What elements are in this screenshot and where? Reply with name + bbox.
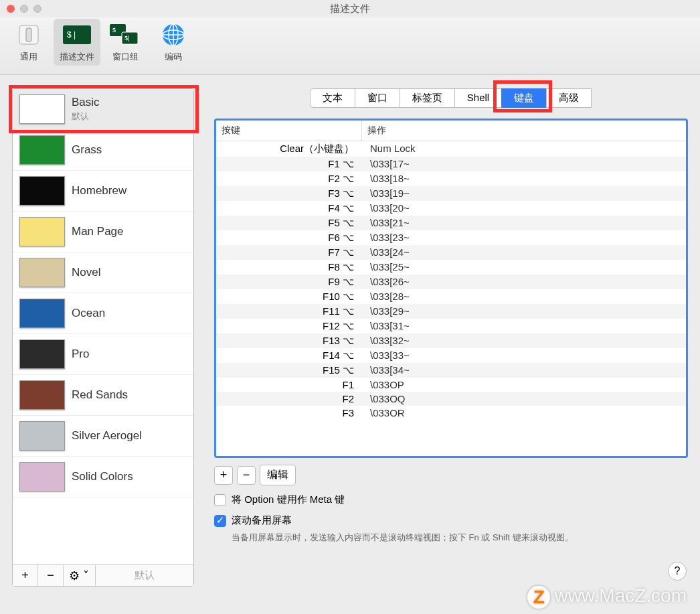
cell-action: \033[24~: [362, 245, 686, 260]
table-row[interactable]: F1\033OP: [216, 378, 686, 392]
table-row[interactable]: F15 ⌥\033[34~: [216, 363, 686, 378]
cell-action: \033[32~: [362, 333, 686, 348]
profile-thumbnail: [19, 258, 65, 287]
table-row[interactable]: F6 ⌥\033[23~: [216, 230, 686, 245]
cell-key: F12 ⌥: [216, 319, 362, 333]
set-default-button[interactable]: 默认: [96, 565, 193, 586]
table-row[interactable]: F5 ⌥\033[21~: [216, 216, 686, 230]
cell-action: \033OQ: [362, 392, 686, 406]
profile-subtitle: 默认: [72, 110, 100, 123]
cell-key: F4 ⌥: [216, 201, 362, 216]
profile-item-solid-colors[interactable]: Solid Colors: [13, 457, 193, 497]
scroll-hint-text: 当备用屏幕显示时，发送输入内容而不是滚动终端视图；按下 Fn 或 Shift 键…: [232, 531, 606, 544]
cell-key: F15 ⌥: [216, 363, 362, 378]
profile-name: Homebrew: [72, 184, 126, 198]
tab-Shell[interactable]: Shell: [454, 88, 502, 108]
profile-item-novel[interactable]: Novel: [13, 252, 193, 293]
profile-item-basic[interactable]: Basic 默认: [13, 89, 193, 130]
switch-icon: [12, 21, 46, 48]
keybindings-table: 按键 操作 Clear（小键盘）Num LockF1 ⌥\033[17~F2 ⌥…: [214, 119, 688, 458]
remove-keybinding-button[interactable]: −: [237, 466, 256, 485]
cell-action: \033[31~: [362, 319, 686, 333]
svg-rect-1: [26, 28, 31, 42]
profile-thumbnail: [19, 176, 65, 206]
profile-item-grass[interactable]: Grass: [13, 130, 193, 171]
cell-key: F13 ⌥: [216, 333, 362, 348]
table-row[interactable]: F4 ⌥\033[20~: [216, 201, 686, 216]
tab-窗口[interactable]: 窗口: [355, 88, 400, 108]
profile-item-man-page[interactable]: Man Page: [13, 212, 193, 252]
table-row[interactable]: F7 ⌥\033[24~: [216, 245, 686, 260]
globe-icon: [157, 21, 190, 48]
col-action[interactable]: 操作: [362, 121, 686, 141]
scroll-alt-checkbox[interactable]: 滚动备用屏幕: [214, 514, 688, 527]
watermark: Zwww.MacZ.com: [527, 585, 687, 609]
cell-key: F3 ⌥: [216, 186, 362, 201]
table-row[interactable]: F3 ⌥\033[19~: [216, 186, 686, 201]
cell-key: F7 ⌥: [216, 245, 362, 260]
edit-keybinding-button[interactable]: 编辑: [260, 465, 296, 485]
col-key[interactable]: 按键: [216, 121, 362, 141]
profile-name: Basic: [72, 96, 100, 109]
cell-action: \033[23~: [362, 230, 686, 245]
toolbar-general[interactable]: 通用: [5, 19, 52, 66]
tab-标签页[interactable]: 标签页: [400, 88, 455, 108]
table-row[interactable]: F8 ⌥\033[25~: [216, 260, 686, 275]
tab-文本[interactable]: 文本: [310, 88, 355, 108]
checkbox-label: 滚动备用屏幕: [232, 514, 292, 527]
profiles-sidebar: Basic 默认 Grass Homebrew Man Page Novel O…: [12, 88, 194, 587]
profile-name: Red Sands: [72, 388, 128, 402]
checkbox-icon: [214, 494, 226, 506]
profile-item-homebrew[interactable]: Homebrew: [13, 171, 193, 212]
titlebar: 描述文件: [0, 0, 700, 17]
preferences-toolbar: 通用 $ | 描述文件 $$| 窗口组 编码: [0, 17, 700, 75]
profile-item-silver-aerogel[interactable]: Silver Aerogel: [13, 416, 193, 457]
option-as-meta-checkbox[interactable]: 将 Option 键用作 Meta 键: [214, 493, 688, 506]
toolbar-windowgroups[interactable]: $$| 窗口组: [102, 19, 149, 66]
help-button[interactable]: ?: [668, 562, 687, 581]
add-profile-button[interactable]: +: [13, 565, 38, 586]
tab-高级[interactable]: 高级: [546, 88, 592, 108]
profile-thumbnail: [19, 380, 65, 410]
cell-action: \033[20~: [362, 201, 686, 216]
cell-action: \033[21~: [362, 216, 686, 230]
cell-action: \033OP: [362, 378, 686, 392]
table-row[interactable]: F9 ⌥\033[26~: [216, 275, 686, 289]
cell-key: F3: [216, 406, 362, 420]
profile-item-pro[interactable]: Pro: [13, 334, 193, 375]
table-row[interactable]: Clear（小键盘）Num Lock: [216, 141, 686, 157]
toolbar-encoding[interactable]: 编码: [150, 19, 197, 66]
table-row[interactable]: F2\033OQ: [216, 392, 686, 406]
zoom-button[interactable]: [33, 5, 41, 13]
profile-thumbnail: [19, 135, 65, 165]
add-keybinding-button[interactable]: +: [214, 466, 233, 485]
toolbar-profiles[interactable]: $ | 描述文件: [54, 19, 100, 66]
cell-action: \033[26~: [362, 275, 686, 289]
windowgroup-icon: $$|: [108, 21, 142, 48]
table-row[interactable]: F1 ⌥\033[17~: [216, 157, 686, 171]
close-button[interactable]: [7, 5, 15, 13]
profile-thumbnail: [19, 299, 65, 328]
cell-key: F14 ⌥: [216, 348, 362, 363]
cell-action: \033[28~: [362, 289, 686, 304]
table-row[interactable]: F2 ⌥\033[18~: [216, 171, 686, 186]
tab-键盘[interactable]: 键盘: [501, 88, 547, 108]
table-row[interactable]: F13 ⌥\033[32~: [216, 333, 686, 348]
remove-profile-button[interactable]: −: [38, 565, 64, 586]
profile-name: Novel: [72, 266, 100, 279]
cell-key: Clear（小键盘）: [216, 141, 362, 157]
window-title: 描述文件: [330, 3, 370, 15]
cell-key: F5 ⌥: [216, 216, 362, 230]
table-row[interactable]: F11 ⌥\033[29~: [216, 304, 686, 319]
table-row[interactable]: F14 ⌥\033[33~: [216, 348, 686, 363]
profile-thumbnail: [19, 462, 65, 491]
profile-actions-menu[interactable]: ⚙︎ ˅: [64, 565, 96, 586]
profile-item-ocean[interactable]: Ocean: [13, 293, 193, 334]
cell-action: \033[17~: [362, 157, 686, 171]
profile-item-red-sands[interactable]: Red Sands: [13, 375, 193, 416]
table-row[interactable]: F12 ⌥\033[31~: [216, 319, 686, 333]
profile-thumbnail: [19, 421, 65, 451]
minimize-button[interactable]: [20, 5, 28, 13]
table-row[interactable]: F3\033OR: [216, 406, 686, 420]
table-row[interactable]: F10 ⌥\033[28~: [216, 289, 686, 304]
